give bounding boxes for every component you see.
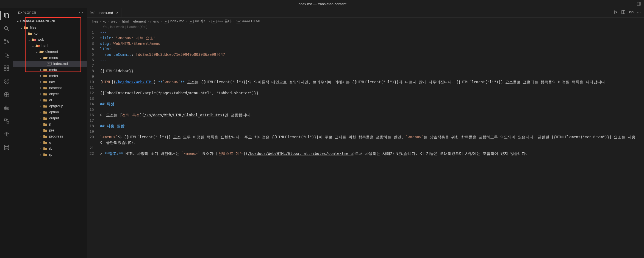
titlebar-title: index.md — translated-content (298, 2, 346, 6)
svg-rect-22 (7, 121, 9, 123)
more-icon[interactable]: ⋯ (637, 10, 641, 15)
tree-folder-files[interactable]: files (13, 24, 87, 31)
tree-folder-object[interactable]: object (13, 91, 87, 97)
tree-folder-menu[interactable]: menu (13, 55, 87, 61)
svg-rect-3 (5, 14, 9, 18)
close-icon[interactable]: × (116, 10, 118, 15)
sidebar-header: EXPLORER ⋯ (13, 8, 87, 17)
tree-folder-web[interactable]: web (13, 37, 87, 43)
sidebar-title: EXPLORER (18, 11, 36, 14)
heading-icon: ab (189, 20, 194, 23)
svg-rect-19 (7, 107, 8, 108)
editor-area: M↓ index.md × ⋯ files› ko› web› html› el… (87, 8, 644, 258)
layout-icon[interactable] (636, 1, 641, 6)
svg-rect-20 (6, 106, 7, 107)
svg-rect-13 (7, 68, 9, 70)
tree-section-title: TRANSLATED-CONTENT (20, 18, 56, 24)
svg-rect-12 (4, 68, 6, 70)
svg-point-15 (4, 79, 9, 84)
tree-folder-meta[interactable]: meta (13, 67, 87, 73)
svg-rect-21 (4, 119, 6, 121)
activity-database[interactable] (0, 142, 13, 153)
tree-folder-output[interactable]: output (13, 115, 87, 121)
activity-item-10[interactable] (0, 129, 13, 140)
tree-folder-nav[interactable]: nav (13, 79, 87, 85)
svg-rect-14 (7, 66, 9, 68)
folder-icon (43, 140, 48, 145)
heading-icon: ab (236, 20, 241, 23)
svg-point-23 (4, 145, 9, 147)
tree-folder-meter[interactable]: meter (13, 73, 87, 79)
folder-icon (43, 74, 48, 78)
svg-point-24 (34, 39, 36, 41)
split-editor-icon[interactable] (621, 10, 626, 15)
tree-folder-rb[interactable]: rb (13, 146, 87, 152)
tree-folder-q[interactable]: q (13, 139, 87, 146)
tab-index-md[interactable]: M↓ index.md × (87, 8, 121, 17)
svg-point-8 (8, 41, 9, 43)
tree-folder-rp[interactable]: rp (13, 152, 87, 158)
svg-point-10 (7, 55, 9, 57)
activity-remote[interactable] (0, 89, 13, 100)
folder-icon (43, 146, 48, 151)
activity-explorer[interactable] (0, 10, 13, 21)
svg-point-4 (4, 26, 8, 30)
folder-icon (43, 122, 48, 127)
tree-folder-pre[interactable]: pre (13, 127, 87, 133)
activity-source-control[interactable] (0, 36, 13, 47)
activity-debug[interactable] (0, 50, 13, 61)
heading-icon: ab (212, 20, 216, 23)
tree-folder-noscript[interactable]: noscript (13, 85, 87, 91)
tree-folder-element[interactable]: element (13, 49, 87, 55)
tree-folder-progress[interactable]: progress (13, 133, 87, 139)
tree-folder-ol[interactable]: ol (13, 97, 87, 103)
svg-point-6 (4, 40, 6, 41)
svg-rect-11 (4, 66, 6, 68)
activity-search[interactable] (0, 23, 13, 34)
markdown-file-icon: M↓ (90, 11, 95, 14)
folder-icon (43, 110, 48, 114)
run-icon[interactable] (614, 10, 618, 15)
folder-web-icon (31, 37, 36, 42)
folder-open-icon (24, 25, 29, 30)
folder-icon (43, 134, 48, 139)
folder-icon (43, 80, 48, 84)
activity-docker[interactable] (0, 102, 13, 113)
activity-item-6[interactable] (0, 76, 13, 87)
folder-html-icon (35, 43, 40, 48)
tree-folder-option[interactable]: option (13, 109, 87, 115)
svg-point-29 (629, 11, 631, 13)
folder-open-icon (39, 50, 44, 54)
tree-section-header[interactable]: ⌄ TRANSLATED-CONTENT (13, 17, 87, 24)
svg-line-5 (7, 29, 9, 31)
tree-folder-optgroup[interactable]: optgroup (13, 103, 87, 109)
tree-folder-ko[interactable]: ko (13, 31, 87, 37)
tree-folder-html[interactable]: html (13, 43, 87, 49)
breadcrumbs[interactable]: files› ko› web› html› element› menu› M↓i… (87, 18, 644, 25)
tabs: M↓ index.md × ⋯ (87, 8, 644, 18)
tree-folder-p[interactable]: p (13, 121, 87, 127)
folder-icon (43, 86, 48, 90)
code-editor[interactable]: 1--- 2title: "<menu>: 메뉴 요소" 3slug: Web/… (87, 30, 644, 258)
git-blame: You, last week | 1 author (You) (87, 25, 644, 30)
folder-icon (43, 116, 48, 120)
sidebar: EXPLORER ⋯ ⌄ TRANSLATED-CONTENT files ko (13, 8, 87, 258)
folder-icon (43, 128, 48, 133)
sidebar-more-icon[interactable]: ⋯ (79, 10, 83, 15)
tab-label: index.md (99, 11, 113, 15)
activity-item-9[interactable] (0, 116, 13, 127)
svg-rect-17 (4, 107, 5, 108)
activity-bar (0, 8, 13, 258)
folder-icon (43, 92, 48, 96)
diff-icon[interactable] (629, 10, 634, 15)
titlebar: index.md — translated-content (0, 0, 644, 8)
svg-point-7 (4, 43, 6, 44)
markdown-file-icon: M↓ (47, 62, 52, 65)
svg-point-30 (632, 11, 633, 13)
svg-rect-25 (38, 45, 40, 47)
activity-extensions[interactable] (0, 63, 13, 74)
folder-open-icon (43, 56, 48, 60)
tree-file-index[interactable]: M↓ index.md (13, 61, 87, 67)
markdown-file-icon: M↓ (164, 20, 169, 23)
file-tree: ⌄ TRANSLATED-CONTENT files ko web (13, 17, 87, 158)
